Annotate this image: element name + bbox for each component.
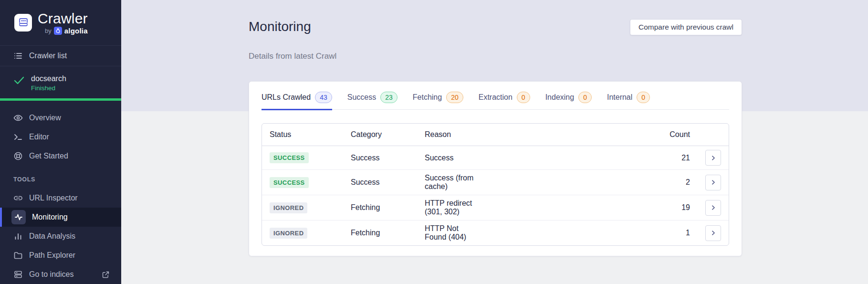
tab-count-badge: 23: [380, 92, 397, 103]
status-badge: IGNORED: [270, 202, 307, 213]
tab-success[interactable]: Success 23: [347, 92, 397, 110]
brand-name: algolia: [64, 27, 88, 35]
algolia-logo-icon: [54, 27, 62, 35]
count-cell: 21: [488, 146, 698, 170]
count-cell: 2: [488, 170, 698, 195]
nav-label: Path Explorer: [29, 251, 75, 260]
crawl-status-text: Finished: [31, 84, 66, 92]
status-badge: SUCCESS: [270, 177, 309, 188]
tab-indexing[interactable]: Indexing 0: [545, 92, 592, 110]
tab-count-badge: 0: [517, 92, 530, 103]
chevron-right-icon: [710, 179, 717, 186]
chevron-right-icon: [710, 155, 717, 161]
reason-cell: Success (from cache): [417, 170, 488, 195]
expand-row-button[interactable]: [705, 200, 721, 216]
category-cell: Success: [343, 170, 417, 195]
table-row: SUCCESS Success Success 21: [262, 146, 729, 170]
by-label: by: [45, 27, 52, 34]
server-stack-icon: [13, 270, 23, 279]
external-link-icon: [102, 271, 110, 279]
status-tabs: URLs Crawled 43 Success 23 Fetching 20 E…: [261, 92, 729, 110]
tab-count-badge: 0: [637, 92, 650, 103]
sidebar: Crawler by algolia Crawler list: [0, 0, 121, 284]
tab-fetching[interactable]: Fetching 20: [413, 92, 463, 110]
tab-count-badge: 20: [446, 92, 463, 103]
tab-count-badge: 43: [315, 92, 332, 103]
eye-icon: [13, 113, 23, 123]
sidebar-item-crawler-list[interactable]: Crawler list: [0, 46, 121, 66]
app-logo[interactable]: Crawler by algolia: [0, 0, 121, 46]
status-badge: IGNORED: [270, 228, 307, 239]
check-icon: [13, 74, 25, 86]
terminal-icon: [13, 132, 23, 142]
link-icon: [13, 193, 23, 203]
category-cell: Fetching: [343, 195, 417, 221]
tab-urls-crawled[interactable]: URLs Crawled 43: [261, 92, 332, 110]
reason-cell: HTTP Not Found (404): [417, 221, 488, 246]
tab-label: Internal: [607, 93, 632, 102]
chevron-right-icon: [710, 204, 717, 211]
column-header-count: Count: [488, 124, 698, 146]
sidebar-nav-main: Overview Editor: [0, 101, 121, 284]
list-icon: [13, 51, 23, 61]
crawler-logo-icon: [14, 14, 32, 32]
crawler-name: docsearch: [31, 74, 66, 83]
table-row: IGNORED Fetching HTTP Not Found (404) 1: [262, 221, 729, 246]
folder-icon: [13, 251, 23, 260]
nav-label: Overview: [29, 114, 61, 122]
main-content: Monitoring Compare with previous crawl D…: [121, 0, 868, 284]
expand-row-button[interactable]: [705, 225, 721, 241]
tab-extraction[interactable]: Extraction 0: [479, 92, 530, 110]
reason-cell: Success: [417, 146, 488, 170]
category-cell: Success: [343, 146, 417, 170]
activity-icon: [11, 210, 26, 224]
status-badge: SUCCESS: [270, 152, 309, 163]
page-title: Monitoring: [249, 19, 311, 34]
nav-label: Editor: [29, 133, 49, 141]
tab-label: Fetching: [413, 93, 442, 102]
sidebar-item-data-analysis[interactable]: Data Analysis: [0, 227, 121, 246]
nav-label: Data Analysis: [29, 232, 75, 241]
life-ring-icon: [13, 151, 23, 161]
nav-label: Get Started: [29, 152, 68, 160]
column-header-category: Category: [343, 124, 417, 146]
column-header-status: Status: [262, 124, 343, 146]
table-row: IGNORED Fetching HTTP redirect (301, 302…: [262, 195, 729, 221]
tools-section-title: TOOLS: [0, 166, 121, 189]
nav-label: URL Inspector: [29, 194, 78, 202]
sidebar-item-overview[interactable]: Overview: [0, 108, 121, 127]
sidebar-item-path-explorer[interactable]: Path Explorer: [0, 246, 121, 265]
compare-with-previous-crawl-button[interactable]: Compare with previous crawl: [630, 19, 742, 35]
count-cell: 19: [488, 195, 698, 221]
table-header-row: Status Category Reason Count: [262, 124, 729, 146]
sidebar-item-editor[interactable]: Editor: [0, 127, 121, 147]
monitoring-card: URLs Crawled 43 Success 23 Fetching 20 E…: [249, 81, 742, 256]
page-subtitle: Details from latest Crawl: [249, 52, 742, 61]
column-header-reason: Reason: [417, 124, 488, 146]
expand-row-button[interactable]: [705, 150, 721, 166]
sidebar-item-get-started[interactable]: Get Started: [0, 147, 121, 166]
reason-cell: HTTP redirect (301, 302): [417, 195, 488, 221]
nav-label: Monitoring: [32, 213, 68, 221]
tab-count-badge: 0: [578, 92, 592, 103]
sidebar-item-go-to-indices[interactable]: Go to indices: [0, 265, 121, 284]
expand-row-button[interactable]: [705, 175, 721, 190]
category-cell: Fetching: [343, 221, 417, 246]
count-cell: 1: [488, 221, 698, 246]
tab-label: Indexing: [545, 93, 575, 102]
tab-label: Success: [347, 93, 376, 102]
tab-internal[interactable]: Internal 0: [607, 92, 650, 110]
sidebar-item-url-inspector[interactable]: URL Inspector: [0, 189, 121, 208]
app-name: Crawler: [38, 11, 88, 26]
nav-label: Go to indices: [29, 270, 73, 279]
chevron-right-icon: [710, 230, 717, 236]
sidebar-item-monitoring[interactable]: Monitoring: [0, 208, 121, 227]
tab-label: Extraction: [479, 93, 512, 102]
table-row: SUCCESS Success Success (from cache) 2: [262, 170, 729, 195]
crawler-list-label: Crawler list: [29, 52, 67, 60]
bar-chart-icon: [13, 231, 23, 241]
crawl-results-table: Status Category Reason Count SUCCESS Suc…: [261, 123, 729, 246]
tab-label: URLs Crawled: [261, 93, 311, 102]
current-crawler-status[interactable]: docsearch Finished: [0, 66, 121, 98]
